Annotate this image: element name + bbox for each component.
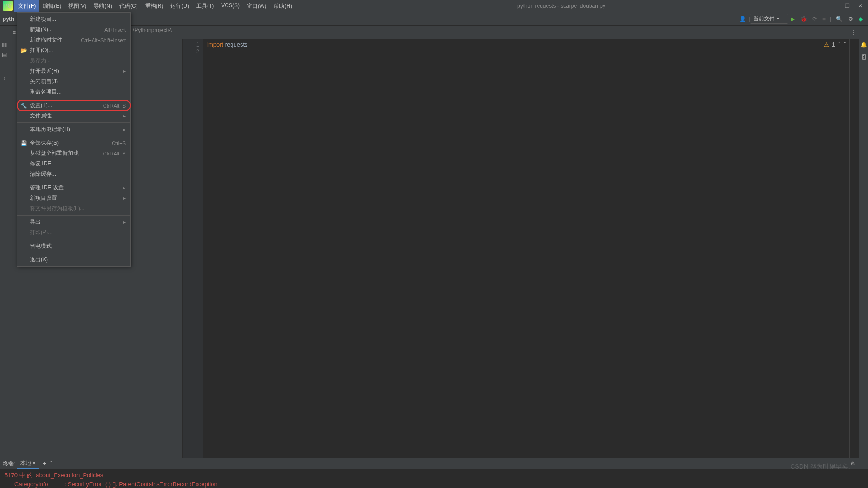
next-highlight-icon[interactable]: ˅ [844, 41, 847, 48]
menu-item-label: 本地历史记录(H) [30, 126, 70, 133]
database-icon[interactable]: 🗄 [861, 54, 867, 61]
menu-item-label: 打开(O)... [30, 47, 53, 54]
terminal-settings-icon[interactable]: ⚙ [850, 460, 855, 467]
menu-item-label: 新建项目... [30, 15, 56, 23]
terminal-panel: 终端: 本地 × + ˅ ⚙ — 5170 中 的 about_Executio… [0, 458, 868, 488]
code-keyword: import [207, 41, 223, 48]
run-button[interactable]: ▶ [788, 14, 797, 24]
chevron-right-icon: ▸ [123, 127, 126, 132]
file-menu-item: 打印(P)... [17, 227, 130, 238]
file-menu-item[interactable]: 省电模式 [17, 241, 130, 251]
menu-refactor[interactable]: 重构(R) [142, 0, 167, 12]
warning-count: 1 [832, 41, 835, 48]
menu-shortcut: Alt+Insert [104, 27, 126, 33]
search-icon[interactable]: 🔍 [833, 14, 845, 24]
maximize-button[interactable]: ❐ [845, 3, 850, 9]
file-menu-item[interactable]: 从磁盘全部重新加载Ctrl+Alt+Y [17, 148, 130, 159]
menu-item-label: 关闭项目(J) [30, 78, 58, 85]
menu-shortcut: Ctrl+Alt+Y [103, 151, 126, 156]
menu-shortcut: Ctrl+Alt+Shift+Insert [81, 38, 126, 43]
menu-item-label: 文件属性 [30, 112, 52, 120]
project-name: pyth [3, 16, 14, 22]
file-menu-item[interactable]: 文件属性▸ [17, 111, 130, 121]
warning-icon[interactable]: ⚠ [824, 41, 829, 48]
file-menu-item[interactable]: 新建(N)...Alt+Insert [17, 24, 130, 35]
file-menu-item: 另存为... [17, 56, 130, 66]
menu-edit[interactable]: 编辑(E) [39, 0, 65, 12]
menu-item-label: 全部保存(S) [30, 139, 59, 147]
file-menu-item[interactable]: 修复 IDE [17, 159, 130, 169]
file-menu-item[interactable]: 退出(X) [17, 254, 130, 265]
file-menu-item[interactable]: 新建临时文件Ctrl+Alt+Shift+Insert [17, 35, 130, 45]
menu-vcs[interactable]: VCS(S) [217, 0, 243, 12]
code-with-me-icon[interactable]: ◆ [856, 14, 865, 24]
terminal-output[interactable]: 5170 中 的 about_Execution_Policies. + Cat… [0, 469, 868, 488]
menu-item-label: 新建临时文件 [30, 36, 62, 44]
nav-bar: ≡ ≡ | ⚙ ▾ — ⬡ scarpe_douban.py × \Python… [9, 26, 859, 39]
minimize-button[interactable]: — [831, 3, 837, 9]
menu-item-label: 省电模式 [30, 242, 52, 250]
add-terminal-icon[interactable]: + [39, 460, 50, 467]
menu-item-label: 打印(P)... [30, 229, 52, 236]
run-config-select[interactable]: 当前文件 ▾ [750, 14, 788, 24]
chevron-right-icon: ▸ [123, 69, 126, 74]
close-button[interactable]: ✕ [858, 3, 863, 9]
menu-window[interactable]: 窗口(W) [243, 0, 270, 12]
file-menu-item[interactable]: 重命名项目... [17, 87, 130, 97]
code-area[interactable]: import requests ⚠ 1 ˄ ˅ [203, 39, 850, 458]
line-gutter: 1 2 [183, 39, 203, 458]
menu-item-label: 导出 [30, 218, 41, 226]
file-menu: 新建项目...新建(N)...Alt+Insert新建临时文件Ctrl+Alt+… [17, 12, 131, 267]
file-menu-item[interactable]: 导出▸ [17, 217, 130, 227]
file-menu-item[interactable]: 💾全部保存(S)Ctrl+S [17, 138, 130, 148]
menu-item-label: 设置(T)... [30, 102, 52, 109]
file-menu-item[interactable]: 关闭项目(J) [17, 76, 130, 87]
chevron-right-icon[interactable]: › [4, 75, 5, 81]
code-text: requests [223, 41, 247, 48]
file-menu-item[interactable]: 本地历史记录(H)▸ [17, 124, 130, 135]
menu-item-label: 打开最近(R) [30, 67, 59, 75]
window-title: python requests - scarpe_douban.py [296, 3, 827, 9]
prev-highlight-icon[interactable]: ˄ [838, 41, 841, 48]
menu-file[interactable]: 文件(F) [14, 0, 39, 12]
user-icon[interactable]: 👤 [736, 14, 749, 24]
right-gutter: 🔔 🗄 [859, 26, 868, 458]
menu-tools[interactable]: 工具(T) [193, 0, 217, 12]
file-menu-item[interactable]: 新项目设置▸ [17, 193, 130, 203]
menu-item-label: 修复 IDE [30, 160, 51, 168]
menu-code[interactable]: 代码(C) [116, 0, 142, 12]
notifications-icon[interactable]: 🔔 [860, 42, 867, 48]
file-menu-item[interactable]: 新建项目... [17, 14, 130, 24]
menu-view[interactable]: 视图(V) [65, 0, 90, 12]
menu-item-icon: 📂 [20, 47, 27, 54]
terminal-dropdown-icon[interactable]: ˅ [50, 460, 52, 467]
menu-run[interactable]: 运行(U) [167, 0, 193, 12]
menu-help[interactable]: 帮助(H) [270, 0, 296, 12]
debug-button[interactable]: 🐞 [797, 14, 810, 24]
settings-icon[interactable]: ⚙ [845, 14, 856, 24]
menu-item-label: 退出(X) [30, 256, 48, 263]
terminal-hide-icon[interactable]: — [860, 460, 865, 467]
menu-item-label: 清除缓存... [30, 170, 56, 178]
project-tool-icon[interactable]: ▥ [2, 42, 7, 48]
chevron-right-icon: ▸ [123, 196, 126, 201]
stop-button[interactable]: ■ [820, 14, 828, 24]
structure-tool-icon[interactable]: ▤ [2, 52, 7, 58]
menu-item-icon: 🔧 [20, 103, 27, 109]
file-menu-item[interactable]: 管理 IDE 设置▸ [17, 183, 130, 193]
editor-more-icon[interactable]: ⋮ [848, 28, 859, 38]
menu-item-label: 新建(N)... [30, 26, 53, 33]
menu-item-label: 重命名项目... [30, 88, 61, 96]
menu-item-icon: 💾 [20, 140, 27, 146]
terminal-tab[interactable]: 本地 × [17, 459, 39, 469]
file-menu-item[interactable]: 📂打开(O)... [17, 45, 130, 56]
file-menu-item[interactable]: 打开最近(R)▸ [17, 66, 130, 76]
menu-navigate[interactable]: 导航(N) [90, 0, 116, 12]
file-menu-item[interactable]: 清除缓存... [17, 169, 130, 179]
editor[interactable]: 1 2 import requests ⚠ 1 ˄ ˅ [9, 39, 859, 458]
pycharm-logo-icon: PC [3, 1, 13, 11]
file-menu-item[interactable]: 🔧设置(T)...Ctrl+Alt+S [17, 100, 130, 111]
coverage-button[interactable]: ⟳ [810, 14, 820, 24]
menu-item-label: 另存为... [30, 57, 51, 65]
chevron-right-icon: ▸ [123, 113, 126, 118]
